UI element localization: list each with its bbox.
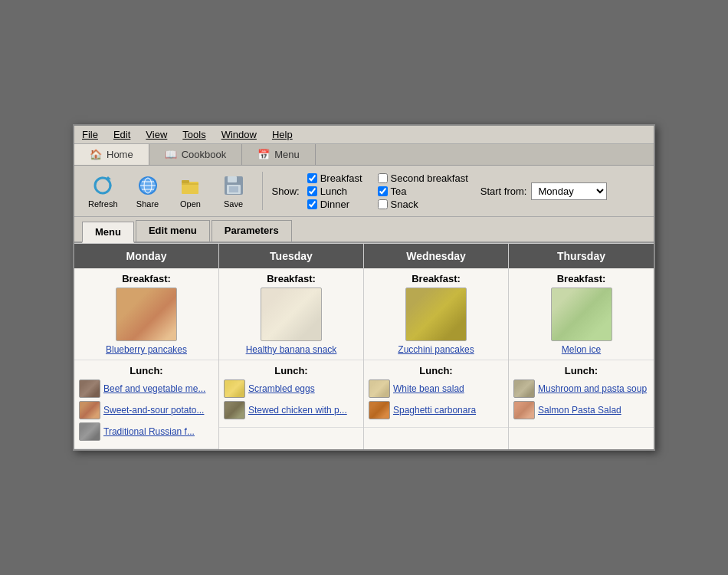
checkbox-lunch[interactable]: Lunch [307, 186, 362, 197]
monday-lunch-label: Lunch: [79, 365, 214, 376]
tab-home[interactable]: 🏠 Home [74, 144, 149, 165]
menu-tools[interactable]: Tools [179, 127, 208, 142]
calendar-icon: 📅 [257, 149, 270, 160]
tab-cookbook[interactable]: 📖 Cookbook [149, 144, 243, 165]
meal-checkboxes: Breakfast Second breakfast Lunch Tea Din… [307, 172, 468, 210]
list-item[interactable]: Scrambled eggs [224, 380, 359, 398]
wednesday-breakfast-name[interactable]: Zucchini pancakes [398, 344, 474, 355]
share-label: Share [136, 199, 159, 209]
start-from-label: Start from: [480, 186, 527, 197]
sweet-name[interactable]: Sweet-and-sour potato... [103, 405, 204, 416]
day-wednesday: Wednesday Breakfast: Zucchini pancakes L… [364, 244, 509, 449]
thursday-breakfast-image[interactable] [551, 288, 612, 341]
list-item[interactable]: White bean salad [369, 380, 503, 398]
list-item[interactable]: Spaghetti carbonara [369, 401, 503, 419]
menu-file[interactable]: File [79, 127, 101, 142]
start-from-select[interactable]: Monday Tuesday Wednesday Thursday Friday… [531, 182, 607, 200]
tuesday-breakfast-label: Breakfast: [224, 273, 359, 284]
traditional-thumb [79, 422, 100, 441]
salmon-thumb [513, 401, 535, 419]
list-item[interactable]: Mushroom and pasta soup [513, 380, 649, 398]
open-icon [179, 173, 203, 198]
sub-tab-bar: Menu Edit menu Parameters [74, 217, 654, 243]
menu-edit[interactable]: Edit [110, 127, 133, 142]
save-label: Save [224, 199, 243, 209]
wednesday-breakfast: Breakfast: Zucchini pancakes [364, 268, 508, 360]
svg-rect-8 [182, 180, 189, 183]
list-item[interactable]: Beef and vegetable me... [79, 380, 214, 398]
list-item[interactable]: Stewed chicken with p... [224, 401, 359, 419]
sweet-thumb [79, 401, 100, 419]
stewed-name[interactable]: Stewed chicken with p... [248, 405, 347, 416]
list-item[interactable]: Salmon Pasta Salad [513, 401, 649, 419]
second-breakfast-checkbox[interactable] [378, 173, 388, 183]
whitebean-name[interactable]: White bean salad [393, 383, 464, 394]
checkbox-second-breakfast[interactable]: Second breakfast [378, 172, 468, 184]
checkbox-breakfast[interactable]: Breakfast [307, 172, 362, 184]
scrambled-thumb [224, 380, 245, 398]
refresh-icon [90, 173, 115, 198]
subtab-menu[interactable]: Menu [82, 222, 134, 243]
beef-thumb [79, 380, 100, 398]
snack-checkbox[interactable] [378, 199, 388, 209]
monday-breakfast-name[interactable]: Blueberry pancakes [106, 344, 187, 355]
tea-checkbox[interactable] [378, 186, 388, 196]
whitebean-thumb [369, 380, 390, 398]
wednesday-breakfast-img-container: Zucchini pancakes [369, 288, 503, 355]
checkbox-dinner[interactable]: Dinner [307, 199, 362, 210]
mushroom-name[interactable]: Mushroom and pasta soup [538, 383, 647, 394]
day-thursday: Thursday Breakfast: Melon ice Lunch: Mus… [509, 244, 654, 449]
book-icon: 📖 [165, 149, 177, 160]
mushroom-thumb [513, 380, 535, 398]
toolbar-separator [262, 172, 263, 210]
wednesday-lunch-label: Lunch: [369, 365, 503, 376]
spaghetti-name[interactable]: Spaghetti carbonara [393, 405, 476, 416]
salmon-name[interactable]: Salmon Pasta Salad [538, 405, 621, 416]
refresh-label: Refresh [88, 199, 118, 209]
traditional-name[interactable]: Traditional Russian f... [103, 426, 195, 437]
monday-breakfast-image[interactable] [116, 288, 177, 341]
menu-window[interactable]: Window [218, 127, 260, 142]
subtab-edit-menu[interactable]: Edit menu [136, 220, 210, 242]
monday-breakfast-img-container: Blueberry pancakes [79, 288, 214, 355]
tuesday-breakfast-image[interactable] [261, 288, 322, 341]
lunch-checkbox[interactable] [307, 186, 317, 196]
svg-rect-9 [182, 183, 198, 185]
tuesday-lunch: Lunch: Scrambled eggs Stewed chicken wit… [219, 360, 363, 428]
refresh-button[interactable]: Refresh [82, 170, 124, 212]
monday-header: Monday [74, 244, 218, 268]
wednesday-lunch: Lunch: White bean salad Spaghetti carbon… [364, 360, 508, 428]
svg-rect-13 [229, 186, 238, 192]
open-label: Open [180, 199, 201, 209]
open-button[interactable]: Open [172, 170, 210, 212]
breakfast-checkbox[interactable] [307, 173, 317, 183]
start-from-group: Start from: Monday Tuesday Wednesday Thu… [480, 182, 608, 200]
tuesday-lunch-label: Lunch: [224, 365, 359, 376]
list-item[interactable]: Traditional Russian f... [79, 422, 214, 441]
tuesday-breakfast-name[interactable]: Healthy banana snack [246, 344, 337, 355]
scrambled-name[interactable]: Scrambled eggs [248, 383, 315, 394]
wednesday-header: Wednesday [364, 244, 508, 268]
tuesday-header: Tuesday [219, 244, 363, 268]
checkbox-tea[interactable]: Tea [378, 186, 468, 197]
day-tuesday: Tuesday Breakfast: Healthy banana snack … [219, 244, 364, 449]
monday-lunch: Lunch: Beef and vegetable me... Sweet-an… [74, 360, 218, 449]
home-icon: 🏠 [90, 149, 102, 160]
app-window: File Edit View Tools Window Help 🏠 Home … [73, 124, 655, 451]
save-button[interactable]: Save [215, 170, 253, 212]
share-button[interactable]: Share [129, 170, 167, 212]
wednesday-breakfast-image[interactable] [405, 288, 467, 341]
checkbox-snack[interactable]: Snack [378, 199, 468, 210]
tab-menu[interactable]: 📅 Menu [242, 144, 316, 165]
menu-help[interactable]: Help [269, 127, 296, 142]
menu-bar: File Edit View Tools Window Help [74, 126, 654, 144]
thursday-breakfast-name[interactable]: Melon ice [562, 344, 601, 355]
beef-name[interactable]: Beef and vegetable me... [103, 383, 205, 394]
list-item[interactable]: Sweet-and-sour potato... [79, 401, 214, 419]
dinner-checkbox[interactable] [307, 199, 317, 209]
thursday-breakfast-img-container: Melon ice [513, 288, 649, 355]
top-tab-bar: 🏠 Home 📖 Cookbook 📅 Menu [74, 144, 654, 166]
subtab-parameters[interactable]: Parameters [212, 220, 292, 242]
menu-view[interactable]: View [143, 127, 170, 142]
monday-breakfast: Breakfast: Blueberry pancakes [74, 268, 218, 360]
